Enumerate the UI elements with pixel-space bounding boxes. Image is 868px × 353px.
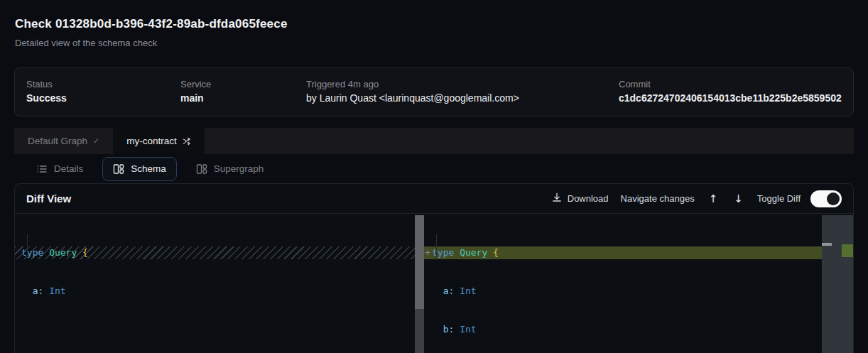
right-pane-scrollbar[interactable] [822,215,853,353]
code-token: type [21,247,49,258]
code-token: a: [21,286,49,296]
code-token: { [82,247,88,258]
schema-check-page: Check 01328b0d-b396-43f2-89ab-dfda065fee… [0,0,868,353]
contract-split-icon [183,137,191,146]
next-change-button[interactable]: ↓ [732,192,745,205]
tab-supergraph[interactable]: Supergraph [185,157,275,181]
scrollbar-thumb[interactable] [415,215,424,309]
toggle-diff-switch[interactable] [810,190,842,207]
indent-guide [27,234,28,246]
code-token: Int [460,286,476,296]
code-line: a: Int [21,285,415,298]
switch-knob [827,192,840,205]
code-token: Query [49,247,82,258]
overview-cursor-tick [822,243,832,246]
code-token: { [493,247,499,258]
triggered-label: Triggered 4m ago [306,79,519,89]
code-token: Int [49,286,65,296]
code-line-placeholder [21,323,415,336]
diff-controls: Download Navigate changes ↑ ↓ Toggle Dif… [552,190,842,207]
diff-panel: Diff View Download Navigate changes ↑ ↓ … [14,183,854,353]
overview-added-marker [842,244,853,257]
code-token: a: [432,286,460,296]
tab-details-label: Details [54,163,83,174]
code-line: a: Int [432,285,823,298]
diff-header: Diff View Download Navigate changes ↑ ↓ … [15,184,853,214]
left-pane-scrollbar[interactable] [415,215,424,353]
page-subtitle: Detailed view of the schema check [15,38,157,48]
columns-icon [113,163,124,175]
view-tab-bar: Details Schema Supergraph [26,154,274,183]
diff-pane-before[interactable]: type Query { a: Int } [15,214,415,353]
page-title: Check 01328b0d-b396-43f2-89ab-dfda065fee… [15,17,288,31]
code-token: Int [460,324,476,335]
default-graph-label: Default Graph [28,136,87,146]
meta-service: Service main [180,79,211,104]
previous-change-button[interactable]: ↑ [707,192,720,205]
diff-view-title: Diff View [26,192,71,205]
check-meta-card: Status Success Service main Triggered 4m… [14,67,854,116]
meta-triggered: Triggered 4m ago by Laurin Quast <laurin… [306,79,519,104]
diff-editor: + type Query { a: Int } type Query { a: … [15,214,853,353]
meta-status: Status Success [26,79,67,104]
tab-details[interactable]: Details [26,157,94,181]
indent-guide [436,234,437,260]
status-value: Success [26,92,67,104]
my-contract-label: my-contract [126,136,177,146]
commit-label: Commit [619,79,842,89]
navigate-changes-label: Navigate changes [621,193,695,204]
download-icon [552,192,562,205]
meta-commit: Commit c1dc62724702406154013cbe11b225b2e… [619,79,842,104]
code-line: type Query { [21,246,415,259]
service-label: Service [180,79,211,89]
tab-default-graph[interactable]: Default Graph ✓ [14,128,113,154]
code-line: type Query { [432,246,823,259]
toggle-diff-label: Toggle Diff [757,193,801,204]
service-value: main [180,92,211,104]
columns-icon [196,163,207,175]
graph-tab-bar: Default Graph ✓ my-contract [14,128,854,154]
status-label: Status [26,79,67,89]
tab-schema-label: Schema [131,163,166,174]
download-label: Download [568,193,609,204]
code-token: Query [460,247,493,258]
download-button[interactable]: Download [552,192,609,205]
commit-value: c1dc62724702406154013cbe11b225b2e5859502 [619,92,842,104]
tab-my-contract[interactable]: my-contract [113,128,205,154]
triggered-value: by Laurin Quast <laurinquast@googlemail.… [306,92,519,104]
list-icon [36,163,48,175]
check-icon: ✓ [93,136,99,146]
diff-pane-after[interactable]: type Query { a: Int b: Int } [424,214,823,353]
code-line-added: b: Int [432,323,823,336]
tab-schema[interactable]: Schema [102,157,177,181]
code-token: b: [432,324,460,335]
tab-supergraph-label: Supergraph [214,163,264,174]
